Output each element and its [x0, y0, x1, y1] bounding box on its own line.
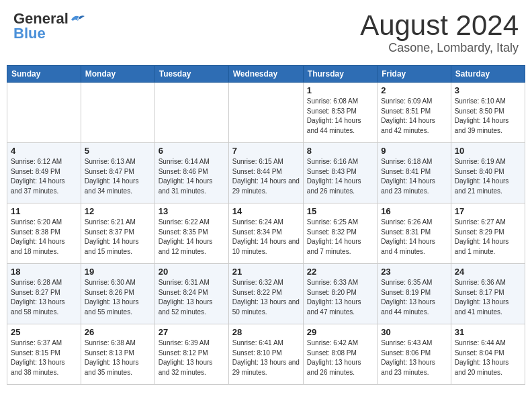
title-block: August 2024 Casone, Lombardy, Italy	[360, 10, 519, 55]
calendar-cell: 17Sunrise: 6:27 AM Sunset: 8:29 PM Dayli…	[451, 203, 525, 264]
day-number: 13	[159, 206, 225, 216]
day-info: Sunrise: 6:36 AM Sunset: 8:17 PM Dayligh…	[455, 278, 521, 317]
col-header-friday: Friday	[378, 66, 451, 83]
calendar-cell: 19Sunrise: 6:30 AM Sunset: 8:26 PM Dayli…	[81, 264, 154, 324]
col-header-sunday: Sunday	[7, 66, 81, 83]
day-number: 4	[11, 146, 77, 156]
calendar-cell: 10Sunrise: 6:19 AM Sunset: 8:40 PM Dayli…	[451, 143, 525, 203]
day-info: Sunrise: 6:35 AM Sunset: 8:19 PM Dayligh…	[381, 278, 447, 317]
day-info: Sunrise: 6:18 AM Sunset: 8:41 PM Dayligh…	[381, 157, 447, 196]
calendar-week-1: 1Sunrise: 6:08 AM Sunset: 8:53 PM Daylig…	[7, 83, 525, 143]
day-info: Sunrise: 6:08 AM Sunset: 8:53 PM Dayligh…	[307, 97, 373, 136]
day-info: Sunrise: 6:27 AM Sunset: 8:29 PM Dayligh…	[455, 218, 521, 257]
day-number: 31	[455, 327, 521, 337]
location: Casone, Lombardy, Italy	[360, 41, 519, 55]
day-number: 22	[307, 267, 373, 277]
calendar-header-row: SundayMondayTuesdayWednesdayThursdayFrid…	[7, 66, 525, 83]
day-info: Sunrise: 6:28 AM Sunset: 8:27 PM Dayligh…	[11, 278, 77, 317]
calendar-cell: 31Sunrise: 6:44 AM Sunset: 8:04 PM Dayli…	[451, 324, 525, 385]
day-number: 1	[307, 85, 373, 95]
calendar-cell: 20Sunrise: 6:31 AM Sunset: 8:24 PM Dayli…	[154, 264, 228, 324]
day-info: Sunrise: 6:26 AM Sunset: 8:31 PM Dayligh…	[381, 218, 447, 257]
day-number: 6	[159, 146, 225, 156]
calendar-cell: 18Sunrise: 6:28 AM Sunset: 8:27 PM Dayli…	[7, 264, 81, 324]
calendar-week-3: 11Sunrise: 6:20 AM Sunset: 8:38 PM Dayli…	[7, 203, 525, 264]
day-info: Sunrise: 6:19 AM Sunset: 8:40 PM Dayligh…	[455, 157, 521, 196]
calendar-table: SundayMondayTuesdayWednesdayThursdayFrid…	[7, 65, 525, 385]
day-number: 7	[232, 146, 300, 156]
calendar-cell: 13Sunrise: 6:22 AM Sunset: 8:35 PM Dayli…	[154, 203, 228, 264]
month-title: August 2024	[360, 10, 519, 41]
day-number: 15	[307, 206, 373, 216]
day-number: 21	[232, 267, 300, 277]
day-info: Sunrise: 6:31 AM Sunset: 8:24 PM Dayligh…	[159, 278, 225, 317]
col-header-monday: Monday	[81, 66, 154, 83]
day-number: 9	[381, 146, 447, 156]
calendar-cell: 8Sunrise: 6:16 AM Sunset: 8:43 PM Daylig…	[303, 143, 377, 203]
day-number: 30	[381, 327, 447, 337]
calendar-cell: 2Sunrise: 6:09 AM Sunset: 8:51 PM Daylig…	[378, 83, 451, 143]
day-info: Sunrise: 6:38 AM Sunset: 8:13 PM Dayligh…	[85, 338, 151, 377]
calendar-cell: 5Sunrise: 6:13 AM Sunset: 8:47 PM Daylig…	[81, 143, 154, 203]
calendar-cell	[228, 83, 303, 143]
calendar-cell: 27Sunrise: 6:39 AM Sunset: 8:12 PM Dayli…	[154, 324, 228, 385]
calendar-cell: 9Sunrise: 6:18 AM Sunset: 8:41 PM Daylig…	[378, 143, 451, 203]
day-info: Sunrise: 6:24 AM Sunset: 8:34 PM Dayligh…	[232, 218, 300, 257]
calendar-cell: 16Sunrise: 6:26 AM Sunset: 8:31 PM Dayli…	[378, 203, 451, 264]
calendar-cell: 11Sunrise: 6:20 AM Sunset: 8:38 PM Dayli…	[7, 203, 81, 264]
logo-bird-icon	[70, 13, 85, 25]
day-number: 29	[307, 327, 373, 337]
day-number: 2	[381, 85, 447, 95]
day-number: 27	[159, 327, 225, 337]
day-number: 3	[455, 85, 521, 95]
day-number: 20	[159, 267, 225, 277]
calendar-week-4: 18Sunrise: 6:28 AM Sunset: 8:27 PM Dayli…	[7, 264, 525, 324]
calendar-cell: 1Sunrise: 6:08 AM Sunset: 8:53 PM Daylig…	[303, 83, 377, 143]
day-number: 28	[232, 327, 300, 337]
day-number: 26	[85, 327, 151, 337]
calendar-cell: 7Sunrise: 6:15 AM Sunset: 8:44 PM Daylig…	[228, 143, 303, 203]
day-number: 25	[11, 327, 77, 337]
calendar-cell: 14Sunrise: 6:24 AM Sunset: 8:34 PM Dayli…	[228, 203, 303, 264]
calendar-cell	[81, 83, 154, 143]
day-info: Sunrise: 6:15 AM Sunset: 8:44 PM Dayligh…	[232, 157, 300, 196]
logo-blue: Blue	[13, 25, 46, 42]
calendar-cell: 3Sunrise: 6:10 AM Sunset: 8:50 PM Daylig…	[451, 83, 525, 143]
col-header-tuesday: Tuesday	[154, 66, 228, 83]
day-info: Sunrise: 6:33 AM Sunset: 8:20 PM Dayligh…	[307, 278, 373, 317]
calendar-week-2: 4Sunrise: 6:12 AM Sunset: 8:49 PM Daylig…	[7, 143, 525, 203]
day-number: 19	[85, 267, 151, 277]
day-info: Sunrise: 6:13 AM Sunset: 8:47 PM Dayligh…	[85, 157, 151, 196]
day-info: Sunrise: 6:14 AM Sunset: 8:46 PM Dayligh…	[159, 157, 225, 196]
day-info: Sunrise: 6:20 AM Sunset: 8:38 PM Dayligh…	[11, 218, 77, 257]
day-info: Sunrise: 6:22 AM Sunset: 8:35 PM Dayligh…	[159, 218, 225, 257]
day-info: Sunrise: 6:16 AM Sunset: 8:43 PM Dayligh…	[307, 157, 373, 196]
day-number: 24	[455, 267, 521, 277]
calendar-cell: 26Sunrise: 6:38 AM Sunset: 8:13 PM Dayli…	[81, 324, 154, 385]
day-number: 23	[381, 267, 447, 277]
calendar-week-5: 25Sunrise: 6:37 AM Sunset: 8:15 PM Dayli…	[7, 324, 525, 385]
calendar-cell: 29Sunrise: 6:42 AM Sunset: 8:08 PM Dayli…	[303, 324, 377, 385]
day-number: 16	[381, 206, 447, 216]
page-header: General Blue August 2024 Casone, Lombard…	[7, 7, 525, 58]
logo: General Blue	[13, 10, 85, 42]
day-info: Sunrise: 6:37 AM Sunset: 8:15 PM Dayligh…	[11, 338, 77, 377]
calendar-cell: 12Sunrise: 6:21 AM Sunset: 8:37 PM Dayli…	[81, 203, 154, 264]
day-number: 12	[85, 206, 151, 216]
day-info: Sunrise: 6:44 AM Sunset: 8:04 PM Dayligh…	[455, 338, 521, 377]
day-number: 10	[455, 146, 521, 156]
col-header-saturday: Saturday	[451, 66, 525, 83]
day-info: Sunrise: 6:39 AM Sunset: 8:12 PM Dayligh…	[159, 338, 225, 377]
day-info: Sunrise: 6:12 AM Sunset: 8:49 PM Dayligh…	[11, 157, 77, 196]
day-info: Sunrise: 6:32 AM Sunset: 8:22 PM Dayligh…	[232, 278, 300, 317]
day-info: Sunrise: 6:41 AM Sunset: 8:10 PM Dayligh…	[232, 338, 300, 377]
day-info: Sunrise: 6:42 AM Sunset: 8:08 PM Dayligh…	[307, 338, 373, 377]
day-number: 8	[307, 146, 373, 156]
calendar-cell: 6Sunrise: 6:14 AM Sunset: 8:46 PM Daylig…	[154, 143, 228, 203]
calendar-cell: 24Sunrise: 6:36 AM Sunset: 8:17 PM Dayli…	[451, 264, 525, 324]
calendar-cell: 23Sunrise: 6:35 AM Sunset: 8:19 PM Dayli…	[378, 264, 451, 324]
calendar-cell: 30Sunrise: 6:43 AM Sunset: 8:06 PM Dayli…	[378, 324, 451, 385]
day-number: 14	[232, 206, 300, 216]
day-info: Sunrise: 6:21 AM Sunset: 8:37 PM Dayligh…	[85, 218, 151, 257]
day-info: Sunrise: 6:43 AM Sunset: 8:06 PM Dayligh…	[381, 338, 447, 377]
